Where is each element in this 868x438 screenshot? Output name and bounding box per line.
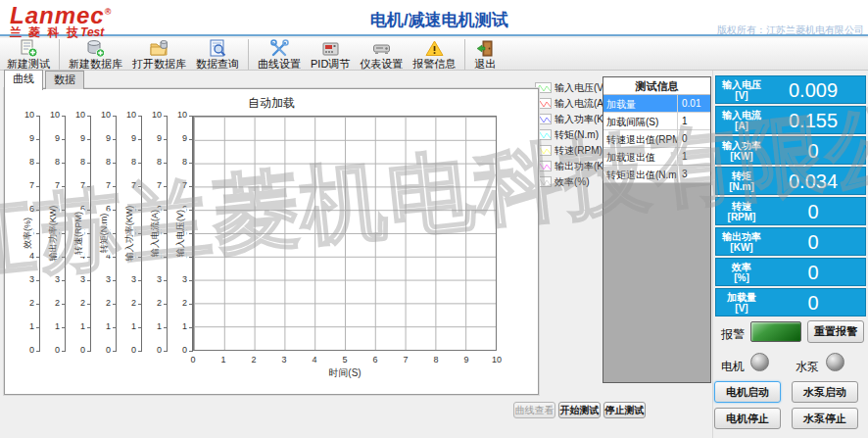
y-tick-mark	[62, 210, 65, 211]
y-axis-title: 输入电压(V)	[174, 208, 187, 259]
y-tick-label: 3	[169, 274, 187, 285]
y-tick-mark	[113, 351, 116, 352]
table-row[interactable]: 加载量 0.01	[603, 95, 710, 113]
curve-settings-icon	[270, 39, 289, 58]
y-tick-mark	[164, 139, 167, 140]
x-tick-label: 8	[429, 355, 443, 365]
readout-label: 效率[%]	[716, 262, 767, 283]
y-tick-label: 2	[144, 298, 162, 309]
toolbar-button-label: 新建数据库	[69, 58, 122, 70]
y-tick-label: 8	[93, 157, 111, 168]
y-tick-mark	[164, 186, 167, 187]
x-tick-label: 10	[490, 355, 504, 365]
readout-box: 输出功率[KW] 0	[715, 227, 866, 256]
pid-tuning-icon	[321, 39, 340, 58]
motor-stop-button[interactable]: 电机停止	[714, 408, 781, 429]
y-axis-title: 输出功率(KW)	[47, 204, 60, 264]
y-axis-title: 转矩(N.m)	[98, 212, 111, 256]
y-tick-label: 10	[93, 110, 111, 121]
app-window: Lanmec® 兰 菱 科 技Test 电机/减速电机测试 版权所有：江苏兰菱机…	[0, 0, 868, 438]
y-tick-label: 3	[42, 274, 60, 285]
toolbar-button-label: 打开数据库	[132, 58, 186, 70]
readout-box: 输入电流[A] 0.155	[715, 106, 866, 134]
motor-start-button[interactable]: 电机启动	[714, 381, 781, 403]
toolbar-button[interactable]: 新建数据库	[59, 39, 127, 70]
x-tick-label: 9	[459, 355, 473, 365]
readout-value: 0	[767, 140, 865, 162]
brand-text: Lanmec®	[10, 1, 112, 26]
page-title: 电机/减速电机测试	[370, 9, 508, 31]
toolbar-button[interactable]: 打开数据库	[127, 39, 191, 70]
y-tick-mark	[138, 280, 141, 281]
y-tick-mark	[87, 163, 90, 164]
readout-box: 输入电压[V] 0.009	[715, 75, 866, 104]
toolbar-button[interactable]: PID调节	[306, 39, 355, 70]
readout-box: 效率[%] 0	[715, 258, 866, 286]
toolbar-button[interactable]: 新建测试	[2, 39, 55, 70]
toolbar-button[interactable]: 退出	[464, 39, 501, 70]
y-tick-mark	[36, 116, 39, 117]
pump-start-button[interactable]: 水泵启动	[792, 381, 858, 403]
y-tick-label: 2	[68, 298, 85, 309]
table-row[interactable]: 加载间隔(S) 1	[603, 113, 710, 130]
readout-value: 0	[767, 231, 865, 253]
y-tick-mark	[138, 304, 141, 305]
x-tick-label: 6	[368, 355, 382, 365]
plot-area	[193, 116, 497, 351]
data-query-icon	[209, 39, 227, 58]
y-axis: 109876543210输入电压(V)	[168, 116, 193, 351]
readout-box: 输入功率[KW] 0	[715, 136, 866, 165]
y-tick-mark	[87, 351, 90, 352]
start-test-button[interactable]: 开始测试	[558, 402, 601, 418]
y-tick-label: 10	[42, 110, 60, 121]
y-tick-label: 2	[169, 298, 187, 309]
y-tick-mark	[36, 163, 39, 164]
readout-label: 输入电压[V]	[716, 79, 767, 101]
readout-box: 加载量[V] 0	[715, 288, 866, 316]
y-tick-label: 10	[119, 110, 136, 121]
y-axis-title: 转速(RPM)	[72, 210, 85, 257]
y-tick-mark	[138, 163, 141, 164]
y-tick-mark	[36, 233, 39, 234]
reset-alarm-button[interactable]: 重置报警	[807, 320, 864, 343]
y-axis-title: 输入功率(KW)	[123, 204, 136, 264]
y-tick-label: 8	[42, 157, 60, 168]
header: Lanmec® 兰 菱 科 技Test 电机/减速电机测试 版权所有：江苏兰菱机…	[0, 0, 868, 36]
readout-label: 加载量[V]	[716, 292, 767, 314]
y-tick-label: 7	[68, 180, 85, 191]
y-tick-mark	[36, 186, 39, 187]
y-tick-mark	[113, 327, 116, 328]
toolbar-button[interactable]: 曲线设置	[248, 39, 306, 70]
legend-item: 输出功率(KW)	[535, 159, 602, 173]
y-tick-label: 0	[169, 345, 187, 356]
y-tick-label: 2	[42, 298, 60, 309]
view-curve-button[interactable]: 曲线查看	[513, 402, 555, 418]
legend-item: 输入电压(V)	[535, 80, 602, 95]
y-tick-label: 9	[17, 133, 34, 144]
toolbar-button[interactable]: 报警信息	[408, 39, 460, 70]
toolbar-button[interactable]: 数据查询	[191, 39, 244, 70]
y-tick-label: 10	[68, 110, 85, 121]
table-row[interactable]: 加载退出值 1	[603, 148, 710, 166]
y-tick-mark	[189, 139, 192, 140]
toolbar-button[interactable]: 仪表设置	[355, 39, 408, 70]
y-tick-mark	[189, 257, 192, 258]
y-tick-mark	[87, 186, 90, 187]
y-tick-label: 9	[144, 133, 162, 144]
tab[interactable]: 曲线	[4, 70, 43, 90]
y-tick-label: 0	[93, 345, 111, 356]
row-value: 1	[678, 113, 710, 129]
stop-test-button[interactable]: 停止测试	[603, 402, 646, 418]
readout-value: 0.009	[767, 79, 865, 101]
tab[interactable]: 数据	[45, 71, 84, 89]
panel-divider	[712, 71, 713, 438]
y-tick-label: 0	[42, 345, 60, 356]
table-row[interactable]: 转速退出值(RPM) 0	[603, 130, 710, 148]
registered-mark: ®	[105, 7, 113, 17]
x-tick-label: 5	[338, 355, 352, 365]
pump-stop-button[interactable]: 水泵停止	[792, 408, 858, 429]
table-row[interactable]: 转矩退出值(N.m) 3	[603, 166, 710, 183]
y-tick-label: 1	[144, 321, 162, 332]
y-tick-mark	[113, 210, 116, 211]
y-tick-label: 1	[93, 321, 111, 332]
